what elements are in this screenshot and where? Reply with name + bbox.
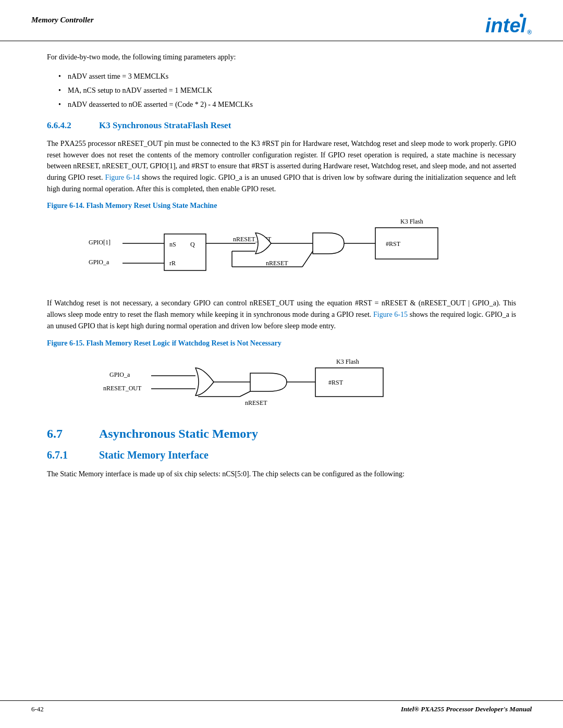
q-label: Q [190, 241, 195, 248]
page-number: 6-42 [31, 705, 44, 713]
gpioa-label: GPIO_a [89, 258, 109, 266]
fig15-rst-label: #RST [328, 379, 344, 386]
section-662-heading: 6.6.4.2 K3 Synchronous StrataFlash Reset [47, 120, 516, 131]
section-67-number: 6.7 [47, 427, 89, 441]
nreset-label: nRESET [266, 260, 288, 267]
figure-14-diagram: GPIO[1] GPIO_a nS Q rR nRESET_OUT [47, 217, 516, 285]
fig15-link[interactable]: Figure 6-15 [373, 311, 408, 318]
fig14-link[interactable]: Figure 6-14 [105, 174, 140, 181]
section-67-heading: 6.7 Asynchronous Static Memory [47, 427, 516, 441]
bullet-item-3: nADV deasserted to nOE asserted = (Code … [68, 99, 516, 110]
bullet-item-1: nADV assert time = 3 MEMCLKs [68, 71, 516, 82]
section-662-title: K3 Synchronous StrataFlash Reset [99, 120, 231, 131]
main-content: For divide-by-two mode, the following ti… [0, 52, 563, 479]
k3flash-label: K3 Flash [400, 218, 423, 225]
gpio1-label: GPIO[1] [89, 239, 111, 246]
fig15-gpioa-label: GPIO_a [109, 371, 130, 378]
section-671-number: 6.7.1 [47, 449, 89, 461]
fig15-k3flash-label: K3 Flash [336, 358, 359, 365]
fig15-k3flash-box [315, 368, 383, 397]
fig15-nreset-in2 [240, 391, 250, 397]
rst-label: #RST [386, 240, 401, 248]
intel-logo: intel® [485, 16, 532, 35]
bullet-list: nADV assert time = 3 MEMCLKs MA, nCS set… [68, 71, 516, 110]
fig15-or-gate [195, 368, 214, 396]
section-671-body: The Static Memory interface is made up o… [47, 468, 516, 480]
intro-text: For divide-by-two mode, the following ti… [47, 52, 516, 63]
intel-logo-text: intel [485, 16, 526, 35]
and-in2 [302, 251, 313, 267]
figure-15-diagram: GPIO_a nRESET_OUT nRESET [47, 355, 516, 412]
bullet-item-2: MA, nCS setup to nADV asserted = 1 MEMCL… [68, 85, 516, 96]
section-671-title: Static Memory Interface [99, 449, 209, 461]
section-67-title: Asynchronous Static Memory [99, 427, 258, 441]
fig15-caption: Figure 6-15. Flash Memory Reset Logic if… [47, 339, 516, 348]
page-header: Memory Controller intel® [0, 0, 563, 41]
footer-title: Intel® PXA255 Processor Developer's Manu… [401, 705, 532, 713]
fig14-caption: Figure 6-14. Flash Memory Reset Using St… [47, 202, 516, 210]
and-gate [313, 233, 344, 254]
fig15-svg: GPIO_a nRESET_OUT nRESET [99, 355, 464, 412]
section-662-body1: The PXA255 processor nRESET_OUT pin must… [47, 138, 516, 194]
fig14-svg: GPIO[1] GPIO_a nS Q rR nRESET_OUT [78, 217, 485, 285]
fig15-nreset-label: nRESET [245, 399, 267, 406]
section-671-heading: 6.7.1 Static Memory Interface [47, 449, 516, 461]
nr-label: rR [169, 260, 176, 267]
section-662-body2: If Watchdog reset is not necessary, a se… [47, 298, 516, 331]
ns-label: nS [169, 241, 176, 248]
page: Memory Controller intel® For divide-by-t… [0, 0, 563, 728]
section-662-number: 6.6.4.2 [47, 120, 89, 131]
k3flash-box [375, 228, 438, 259]
fig15-nresetout-label: nRESET_OUT [103, 385, 142, 392]
page-footer: 6-42 Intel® PXA255 Processor Developer's… [0, 700, 563, 718]
header-title: Memory Controller [31, 16, 94, 24]
fig15-and-gate [250, 373, 287, 391]
intel-registered: ® [527, 29, 532, 35]
